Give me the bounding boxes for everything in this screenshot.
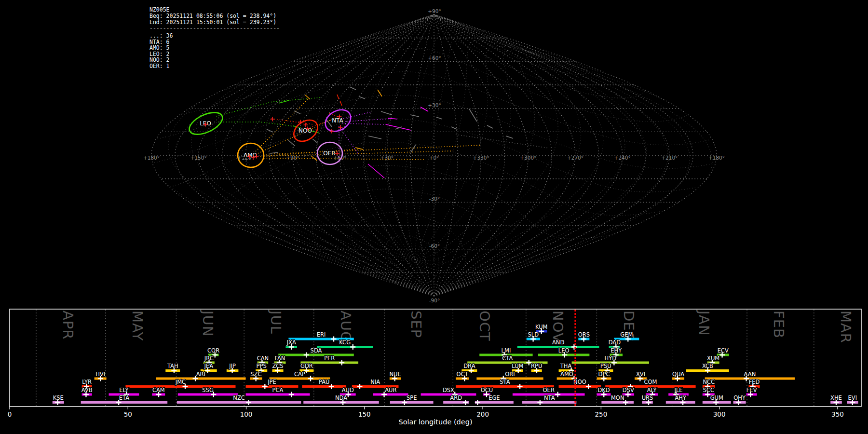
shower-label-GEM: GEM (620, 331, 633, 338)
shower-label-ERI: ERI (317, 331, 326, 338)
shower-label-JPE: JPE (267, 379, 276, 385)
lat-axis-label: -90° (429, 298, 440, 303)
shower-label-ETA: ETA (119, 394, 129, 401)
shower-bar-MON (601, 401, 634, 404)
shower-label-ARD: ARD (450, 394, 462, 401)
shower-label-ELY: ELY (119, 387, 129, 393)
shower-label-THA: THA (560, 363, 572, 369)
shower-label-LMI: LMI (502, 347, 511, 354)
radiant-label: NOO (298, 127, 312, 134)
axis-tick-label: 350 (831, 410, 844, 418)
shower-bar-DSX (421, 393, 476, 396)
shower-label-KSE: KSE (53, 394, 64, 401)
shower-label-PSU: PSU (600, 363, 611, 369)
lon-axis-label: +180° (708, 155, 725, 161)
lon-axis-label: +330° (473, 155, 489, 161)
lon-axis-label: +270° (567, 155, 583, 161)
shower-label-CTA: CTA (502, 355, 513, 362)
shower-label-AND: AND (552, 339, 564, 346)
shower-label-SDA: SDA (311, 347, 322, 354)
lat-axis-label: -30° (429, 196, 440, 202)
begin-time-line: Beg: 20251121 08:55:06 (sol = 238.94°) (149, 13, 276, 19)
month-label: SEP (408, 311, 424, 338)
shower-label-AUR: AUR (385, 387, 396, 393)
month-label: JUN (200, 310, 216, 337)
lon-axis-label: +150° (190, 155, 207, 161)
lon-axis-label: +0° (429, 155, 439, 161)
shower-label-PAU: PAU (319, 379, 329, 385)
shower-label-STA: STA (500, 379, 510, 385)
shower-bar-KCG (317, 346, 373, 348)
shower-bar-STA (456, 385, 554, 388)
shower-label-JLE: JLE (674, 387, 683, 393)
shower-label-FEV: FEV (746, 387, 757, 393)
shower-label-DSX: DSX (443, 387, 454, 393)
shower-label-AMO: AMO (560, 371, 573, 378)
shower-label-COM: COM (644, 379, 657, 385)
axis-tick-label: 150 (358, 410, 371, 418)
shower-label-CAN: CAN (257, 355, 269, 362)
shower-label-URS: URS (642, 394, 653, 401)
shower-label-PCA: PCA (272, 387, 284, 393)
shower-label-OHY: OHY (733, 394, 746, 401)
shower-label-NTA: NTA (544, 394, 555, 401)
shower-label-FAN: FAN (274, 355, 285, 362)
shower-bar-EGE (475, 401, 514, 404)
shower-bar-SSG (178, 393, 238, 396)
shower-bar-NZC (177, 401, 301, 404)
meteor-observation-plot: +180°+150°+120°+90°+60°+30°+0°+330°+300°… (0, 0, 868, 434)
axis-tick-label: 300 (713, 410, 726, 418)
month-label: APR (60, 311, 76, 339)
shower-count-list: ...: 36NTA: 6AMO: 5LEO: 2NOO: 2OER: 1 (149, 32, 173, 69)
shower-label-NCC: NCC (703, 379, 715, 385)
lat-axis-label: +30° (428, 102, 441, 108)
plot-background (0, 0, 868, 434)
shower-label-MON: MON (611, 394, 624, 401)
month-label: MAR (838, 311, 854, 343)
shower-label-SCC: SCC (703, 387, 714, 393)
axis-tick-label: 250 (595, 410, 607, 418)
shower-label-NZC: NZC (233, 394, 245, 401)
shower-label-CAP: CAP (294, 371, 305, 378)
radiant-label: OER (323, 150, 335, 157)
shower-count-line: OER: 1 (149, 63, 170, 69)
lat-axis-label: -60° (429, 243, 440, 249)
shower-bar-PAU (302, 385, 346, 388)
month-label: JUL (268, 310, 284, 334)
shower-bar-ARI (156, 378, 245, 380)
shower-label-QUA: QUA (672, 371, 684, 378)
shower-label-DRA: DRA (463, 363, 475, 369)
header-separator: --------------------------------------- (149, 25, 280, 31)
shower-bar-NOO (559, 385, 601, 388)
shower-label-SSG: SSG (202, 387, 214, 393)
shower-label-SPE: SPE (407, 394, 417, 401)
shower-bar-SDA (278, 354, 353, 356)
shower-label-LEO: LEO (558, 347, 570, 354)
shower-label-NIA: NIA (370, 379, 380, 385)
shower-label-AHY: AHY (675, 394, 687, 401)
shower-bar-SPE (390, 401, 434, 404)
shower-bar-PCA (246, 393, 310, 396)
axis-tick-label: 50 (124, 410, 132, 418)
lat-axis-label: +90° (428, 8, 441, 14)
lon-axis-label: +240° (614, 155, 631, 161)
axis-tick-label: 100 (240, 410, 253, 418)
shower-label-JMC: JMC (175, 379, 186, 385)
shower-bar-AUR (373, 393, 408, 396)
month-label: OCT (476, 311, 493, 341)
shower-label-GUM: GUM (710, 394, 723, 401)
lon-axis-label: +180° (143, 155, 160, 161)
shower-label-ORI: ORI (505, 371, 515, 378)
shower-label-JEA: JEA (204, 363, 214, 369)
shower-label-LUM: LUM (512, 363, 523, 369)
month-label: JAN (696, 310, 712, 336)
shower-label-ECV: ECV (718, 347, 729, 354)
shower-label-EGE: EGE (488, 394, 500, 401)
shower-label-AVB: AVB (81, 387, 93, 393)
month-label: NOV (550, 311, 566, 343)
station-id: NZ005E (149, 6, 170, 13)
shower-label-AAN: AAN (744, 371, 756, 378)
shower-label-TAH: TAH (167, 363, 178, 369)
month-label: FEB (771, 311, 787, 339)
shower-label-OCT: OCT (457, 371, 469, 378)
